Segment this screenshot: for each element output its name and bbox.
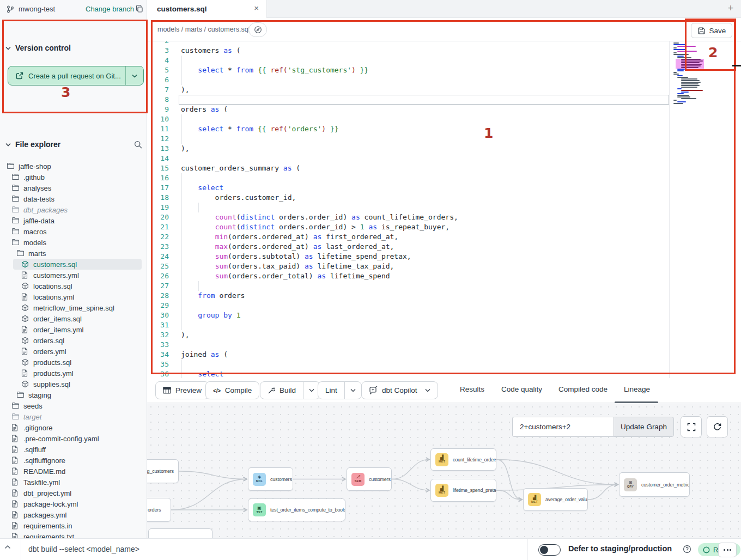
tree-item-locations.yml[interactable]: locations.yml	[0, 291, 147, 302]
tree-item-requirements.in[interactable]: requirements.in	[0, 520, 147, 531]
code-line-12[interactable]: 12	[147, 134, 741, 144]
tree-item-package-lock.yml[interactable]: package-lock.yml	[0, 498, 147, 509]
cli-command[interactable]: dbt build --select <model_name>	[28, 545, 139, 553]
lineage-node-stg_customers[interactable]: stg_customers	[147, 459, 179, 483]
lineage-node-average_order_value[interactable]: ▟METaverage_order_value	[523, 488, 588, 511]
tab-code-quality[interactable]: Code quality	[501, 385, 542, 393]
code-line-18[interactable]: 18 orders.customer_id,	[147, 193, 741, 203]
code-line-16[interactable]: 16	[147, 173, 741, 183]
fullscreen-button[interactable]	[681, 416, 702, 437]
tree-item-macros[interactable]: macros	[0, 226, 147, 237]
save-button[interactable]: Save	[691, 23, 732, 38]
code-line-30[interactable]: 30 group by 1	[147, 311, 741, 320]
code-line-13[interactable]: 13),	[147, 144, 741, 154]
code-line-11[interactable]: 11 select * from {{ ref('orders') }}	[147, 124, 741, 134]
lineage-panel[interactable]: stg_customersorders◈MDLcustomers▣TSTtest…	[147, 403, 741, 538]
code-line-24[interactable]: 24 sum(orders.subtotal) as lifetime_spen…	[147, 252, 741, 261]
code-line-27[interactable]: 27	[147, 281, 741, 291]
code-line-28[interactable]: 28 from orders	[147, 291, 741, 301]
tree-item-customers.sql[interactable]: customers.sql	[0, 259, 147, 270]
tree-item-supplies.sql[interactable]: supplies.sql	[0, 379, 147, 389]
tab-compiled-code[interactable]: Compiled code	[558, 385, 608, 393]
lineage-node-orders[interactable]: orders	[147, 498, 171, 522]
tree-item-taskfile.yml[interactable]: Taskfile.yml	[0, 477, 147, 488]
tree-item-customers.yml[interactable]: customers.yml	[0, 270, 147, 281]
tree-item-target[interactable]: target	[0, 411, 147, 422]
tree-item-staging[interactable]: staging	[0, 389, 147, 400]
change-branch-link[interactable]: Change branch	[86, 5, 134, 13]
new-tab-button[interactable]: +	[724, 2, 738, 16]
code-line-7[interactable]: 7),	[147, 85, 741, 95]
tree-item-.sqlfluff[interactable]: .sqlfluff	[0, 444, 147, 455]
tree-item-orders.yml[interactable]: orders.yml	[0, 346, 147, 357]
tab-lineage[interactable]: Lineage	[624, 385, 650, 393]
code-line-36[interactable]: 36 select	[147, 369, 741, 378]
pr-dropdown-caret[interactable]	[126, 66, 143, 85]
tree-item-seeds[interactable]: seeds	[0, 400, 147, 411]
tree-item-data-tests[interactable]: data-tests	[0, 193, 147, 204]
code-line-8[interactable]: 8	[147, 95, 741, 105]
code-line-21[interactable]: 21 count(distinct orders.order_id) > 1 a…	[147, 222, 741, 232]
close-icon[interactable]: ×	[254, 3, 259, 13]
lineage-selector-input[interactable]	[512, 417, 614, 437]
lineage-node-lifetime_spend_pretax[interactable]: ▟METlifetime_spend_pretax	[430, 479, 496, 502]
code-line-29[interactable]: 29	[147, 301, 741, 311]
tree-item-jaffle-shop[interactable]: jaffle-shop	[0, 161, 147, 172]
tree-item-.gitignore[interactable]: .gitignore	[0, 422, 147, 433]
tree-item-orders.sql[interactable]: orders.sql	[0, 335, 147, 346]
search-icon[interactable]	[133, 140, 143, 149]
update-graph-button[interactable]: Update Graph	[614, 417, 674, 437]
code-line-26[interactable]: 26 sum(orders.order_total) as lifetime_s…	[147, 271, 741, 281]
help-icon[interactable]	[683, 545, 691, 553]
file-explorer-header[interactable]: File explorer	[5, 140, 60, 149]
lint-dropdown-caret[interactable]	[344, 382, 361, 399]
version-control-header[interactable]: Version control	[5, 44, 71, 52]
tree-item-products.yml[interactable]: products.yml	[0, 368, 147, 379]
tree-item-jaffle-data[interactable]: jaffle-data	[0, 215, 147, 226]
code-line-32[interactable]: 32),	[147, 330, 741, 340]
tree-item-products.sql[interactable]: products.sql	[0, 357, 147, 368]
more-options-button[interactable]	[718, 543, 737, 557]
tree-item-metricflow-time-spine.sql[interactable]: metricflow_time_spine.sql	[0, 302, 147, 313]
lineage-node-customers[interactable]: ⎇SEMcustomers	[347, 467, 392, 491]
tree-item-requirements.txt[interactable]: requirements.txt	[0, 531, 147, 538]
refresh-button[interactable]	[707, 416, 728, 437]
build-button[interactable]: Build	[260, 381, 320, 399]
tree-item-marts[interactable]: marts	[0, 248, 147, 259]
tree-item-order-items.yml[interactable]: order_items.yml	[0, 324, 147, 335]
code-line-25[interactable]: 25 sum(orders.tax_paid) as lifetime_tax_…	[147, 261, 741, 271]
tree-item-packages.yml[interactable]: packages.yml	[0, 509, 147, 520]
create-pr-button[interactable]: Create a pull request on Git...	[8, 66, 144, 86]
lineage-node-customers[interactable]: ◈MDLcustomers	[248, 467, 293, 491]
code-line-22[interactable]: 22 min(orders.ordered_at) as first_order…	[147, 232, 741, 242]
compile-button[interactable]: </>Compile	[205, 381, 259, 399]
minimap[interactable]	[671, 42, 718, 108]
lineage-node-count_lifetime_orders[interactable]: ▟METcount_lifetime_orders	[430, 448, 496, 471]
dbt-copilot-button[interactable]: dbt Copilot	[361, 381, 438, 399]
code-editor[interactable]: 23customers as (45 select * from {{ ref(…	[147, 41, 741, 378]
lineage-node-test_order_items_compute_to_bools-[interactable]: ▣TSTtest_order_items_compute_to_bools...	[248, 498, 345, 521]
preview-button[interactable]: Preview	[155, 381, 209, 399]
code-line-31[interactable]: 31	[147, 320, 741, 330]
code-line-4[interactable]: 4	[147, 56, 741, 65]
copy-icon[interactable]	[135, 4, 144, 13]
code-line-5[interactable]: 5 select * from {{ ref('stg_customers') …	[147, 65, 741, 75]
tree-item-.sqlfluffignore[interactable]: .sqlfluffignore	[0, 455, 147, 466]
copilot-explain-button[interactable]	[248, 22, 267, 37]
code-line-6[interactable]: 6	[147, 75, 741, 85]
tree-item-.github[interactable]: .github	[0, 172, 147, 182]
copilot-dropdown-caret[interactable]	[425, 388, 430, 392]
code-line-9[interactable]: 9orders as (	[147, 105, 741, 114]
code-line-33[interactable]: 33	[147, 340, 741, 350]
code-line-3[interactable]: 3customers as (	[147, 46, 741, 56]
lint-button[interactable]: Lint	[318, 381, 362, 399]
tree-item-dbt-packages[interactable]: dbt_packages	[0, 204, 147, 215]
code-line-35[interactable]: 35	[147, 360, 741, 369]
tree-item-.pre-commit-config.yaml[interactable]: .pre-commit-config.yaml	[0, 433, 147, 444]
tab-results[interactable]: Results	[460, 385, 484, 393]
code-line-34[interactable]: 34joined as (	[147, 350, 741, 360]
tree-item-order-items.sql[interactable]: order_items.sql	[0, 313, 147, 324]
defer-toggle[interactable]	[538, 544, 561, 556]
lineage-node-customer_order_metrics[interactable]: ⊞QRYcustomer_order_metrics	[619, 472, 690, 497]
code-line-10[interactable]: 10	[147, 114, 741, 124]
